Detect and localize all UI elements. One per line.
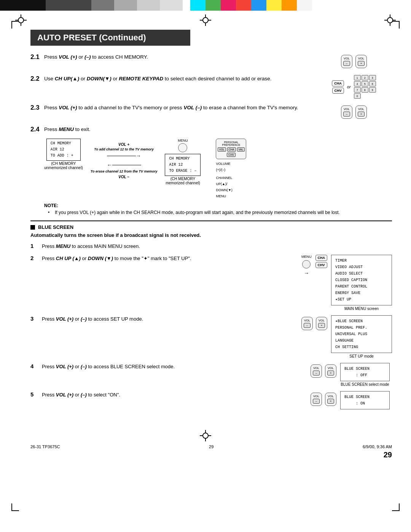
page-title: AUTO PRESET (Continued) bbox=[30, 30, 190, 46]
bottom-crosshair-area bbox=[0, 430, 411, 441]
bs-step-4-content: Press VOL (+) or (–) to access BLUE SCRE… bbox=[42, 363, 304, 371]
box1-caption: (CH MEMORYunmemorized channel) bbox=[44, 161, 83, 170]
step-2-3-right: VOL – VOL + bbox=[316, 104, 392, 120]
bottom-crosshair-circle bbox=[202, 433, 209, 439]
add-desc: To add channel 12 to the TV memory bbox=[94, 147, 154, 151]
erase-desc: To erase channel 12 from the TV memory bbox=[91, 169, 158, 173]
vol-pair-step3: VOL – VOL + bbox=[301, 317, 327, 330]
right-side-labels: PERSONAL PREFERENCE VOL CHA VAL CHV VOLU… bbox=[216, 139, 246, 199]
vol-minus-btn-23: VOL – bbox=[341, 105, 352, 119]
bar-seg-2 bbox=[23, 0, 46, 11]
key-4: 4 bbox=[354, 81, 361, 86]
arrow-line-left: ← bbox=[107, 162, 141, 168]
setup-label: SET UP mode bbox=[349, 354, 374, 358]
bs-on-line1: BLUE SCREEN bbox=[344, 394, 386, 400]
top-bar-right bbox=[190, 0, 312, 11]
vol-pair-step4: VOL – VOL + bbox=[311, 364, 336, 378]
bs-step-5-content: Press VOL (+) or (–) to select "ON". bbox=[42, 391, 304, 399]
vol-plus-3: VOL + bbox=[316, 317, 327, 330]
note-title: NOTE: bbox=[44, 203, 392, 208]
box1-line1: CH MEMORY bbox=[51, 141, 76, 147]
bs-step4-area: VOL – VOL + BLUE SCREEN : OFF bbox=[311, 363, 390, 387]
bs-step2-area: MENU → CHA CHV TIMER VIDEO ADJUST AUDIO … bbox=[301, 255, 392, 311]
vol-pair-step5: VOL – VOL + bbox=[311, 393, 336, 406]
key-5: 5 bbox=[362, 81, 368, 86]
corner-tl bbox=[11, 21, 19, 29]
step-2-2-right: CHA CHV or 1 2 3 4 5 6 7 8 9 0 bbox=[316, 75, 392, 99]
bar-seg-5 bbox=[91, 0, 114, 11]
bs-step-3-content: Press VOL (+) or (–) to access SET UP mo… bbox=[42, 315, 298, 323]
bs-step-3: 3 Press VOL (+) or (–) to access SET UP … bbox=[30, 315, 392, 358]
menu-line-2: VIDEO ADJUST bbox=[335, 264, 388, 270]
bar-yellow bbox=[266, 0, 282, 11]
cha-btn-bs: CHA bbox=[315, 255, 328, 261]
vol-minus-3: VOL – bbox=[301, 317, 313, 330]
step-2-4-content: Press MENU to exit. bbox=[44, 126, 392, 133]
menu-cha-area: MENU → bbox=[301, 255, 312, 276]
bs-step-3-num: 3 bbox=[30, 315, 38, 322]
step-2-4-row: 2.4 Press MENU to exit. bbox=[30, 126, 392, 133]
step-2-2-content: Use CH UP(▲) or DOWN(▼) or REMOTE KEYPAD… bbox=[44, 75, 316, 83]
setup-menu-screen: ✦BLUE SCREEN PERSONAL PREF. UNIVERSAL PL… bbox=[331, 315, 392, 353]
bs-step-5-right: VOL – VOL + BLUE SCREEN : ON bbox=[308, 391, 392, 409]
box2-line3: TO ERASE : – bbox=[169, 168, 196, 174]
bs-step-4-num: 4 bbox=[30, 363, 38, 369]
bar-seg-1 bbox=[0, 0, 23, 11]
menu-line-1: TIMER bbox=[335, 257, 388, 264]
box2-line1: CH MEMORY bbox=[169, 156, 196, 162]
bs-off-line2: : OFF bbox=[344, 372, 386, 379]
step-2-1-right: VOL – VOL + bbox=[316, 53, 392, 70]
bs-step-4-right: VOL – VOL + BLUE SCREEN : OFF bbox=[308, 363, 392, 387]
key-1: 1 bbox=[354, 75, 361, 80]
bs-step-2: 2 Press CH UP (▲) or DOWN (▼) to move th… bbox=[30, 255, 392, 311]
blue-screen-header: BLUE SCREEN bbox=[30, 224, 392, 230]
cha-button: CHA bbox=[332, 80, 344, 86]
step-2-1-content: Press VOL (+) or (–) to access CH MEMORY… bbox=[44, 53, 316, 61]
step-2-1-num: 2.1 bbox=[30, 53, 44, 61]
top-bar-left bbox=[0, 0, 183, 11]
footer-left: 26-31 TP3675C bbox=[30, 444, 60, 449]
bs-step-2-num: 2 bbox=[30, 255, 38, 261]
setup-line-1: ✦BLUE SCREEN bbox=[335, 318, 388, 324]
ch-memory-area: CH MEMORY AIR 12 TO ADD : + (CH MEMORYun… bbox=[44, 139, 392, 199]
main-menu-screen-area: TIMER VIDEO ADJUST AUDIO SELECT CLOSED C… bbox=[331, 255, 392, 311]
setup-line-3: UNIVERSAL PLUS bbox=[335, 331, 388, 337]
vol-side-label: VOLUME(+)/(–) bbox=[216, 161, 246, 173]
bs-step-5-num: 5 bbox=[30, 391, 38, 398]
bar-seg-7 bbox=[137, 0, 160, 11]
bar-green bbox=[206, 0, 221, 11]
bar-red bbox=[236, 0, 251, 11]
arrow-line-right: → bbox=[107, 153, 141, 159]
crosshair-center bbox=[200, 14, 211, 26]
cha-chv-bs: CHA CHV bbox=[315, 255, 328, 268]
box2-caption: (CH MEMORYmemorized channel) bbox=[166, 177, 200, 185]
footer-center: 29 bbox=[209, 444, 213, 449]
corner-bl bbox=[11, 503, 19, 511]
menu-line-5: PARENT CONTROL bbox=[335, 283, 388, 290]
key-9: 9 bbox=[369, 87, 376, 93]
menu-label-bs: MENU bbox=[301, 255, 312, 259]
step-2-3-num: 2.3 bbox=[30, 104, 44, 112]
vol-plus-label: VOL + bbox=[118, 142, 129, 147]
blue-screen-section: BLUE SCREEN Automatically turns the scre… bbox=[30, 220, 392, 409]
step-2-1: 2.1 Press VOL (+) or (–) to access CH ME… bbox=[30, 53, 392, 70]
top-color-bar bbox=[0, 0, 411, 11]
bar-blue bbox=[251, 0, 266, 11]
vol-plus-arrow: VOL + To add channel 12 to the TV memory… bbox=[91, 139, 158, 179]
key-0: 0 bbox=[354, 93, 361, 99]
note-text: If you press VOL (+) again while in the … bbox=[55, 210, 340, 215]
bs-step-1-num: 1 bbox=[30, 243, 38, 249]
key-8: 8 bbox=[362, 87, 368, 93]
ch-memory-box1-area: CH MEMORY AIR 12 TO ADD : + (CH MEMORYun… bbox=[44, 139, 83, 170]
bs-step5-area: VOL – VOL + BLUE SCREEN : ON bbox=[311, 391, 390, 409]
bar-magenta bbox=[221, 0, 236, 11]
ch-buttons: CHA CHV bbox=[332, 80, 344, 94]
section2-remote: CHA CHV or 1 2 3 4 5 6 7 8 9 0 bbox=[332, 75, 376, 99]
bs-off-line1: BLUE SCREEN bbox=[344, 366, 386, 372]
corner-br bbox=[392, 503, 400, 511]
ch-memory-box2: CH MEMORY AIR 12 TO ERASE : – bbox=[165, 154, 201, 176]
step-2-3-content: Press VOL (+) to add a channel to the TV… bbox=[44, 104, 316, 112]
ch-side-label: CHANNELUP(▲)/DOWN(▼)MENU bbox=[216, 175, 246, 200]
note-section: NOTE: • If you press VOL (+) again while… bbox=[44, 203, 392, 215]
header-area bbox=[0, 11, 411, 30]
